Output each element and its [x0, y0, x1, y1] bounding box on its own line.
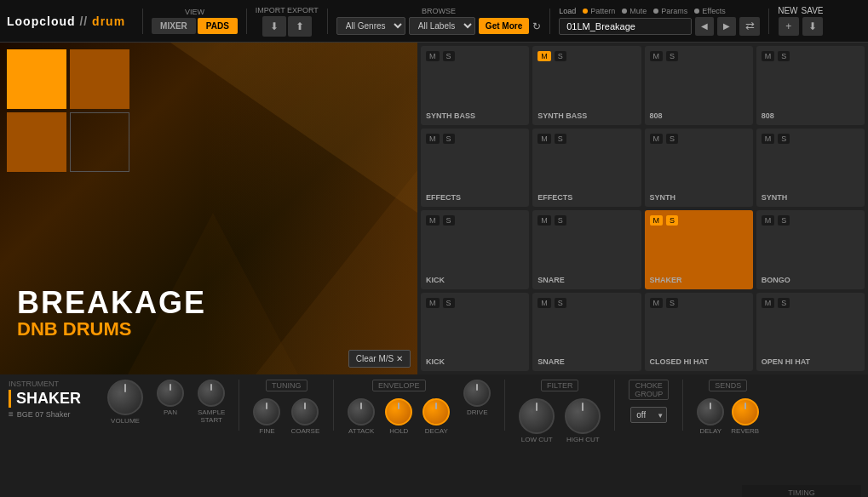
pad-1[interactable]: MSSYNTH BASS	[421, 46, 529, 125]
artwork-silhouette	[204, 43, 417, 374]
fine-knob[interactable]	[253, 398, 280, 426]
pad-m-14[interactable]: M	[537, 298, 551, 308]
export-button[interactable]: ⬆	[288, 16, 312, 37]
low-cut-knob[interactable]	[519, 398, 555, 434]
pad-m-13[interactable]: M	[426, 298, 440, 308]
pad-s-15[interactable]: S	[666, 298, 678, 308]
pad-s-13[interactable]: S	[443, 298, 455, 308]
genre-select[interactable]: All Genres	[336, 17, 405, 35]
pad-name-1: SYNTH BASS	[426, 111, 524, 120]
decay-knob[interactable]	[423, 398, 450, 426]
pattern-dot: Pattern	[583, 7, 615, 15]
volume-group: VOLUME	[107, 380, 143, 425]
pad-m-8[interactable]: M	[762, 134, 775, 144]
pad-s-12[interactable]: S	[778, 215, 790, 226]
browse-controls: All Genres All Labels Get More ↻	[336, 17, 541, 35]
preset-name-input[interactable]: 01LM_Breakage	[559, 18, 692, 35]
instrument-name: SHAKER	[9, 390, 94, 408]
add-icon-button[interactable]: +	[779, 17, 799, 36]
pad-m-1[interactable]: M	[426, 51, 440, 61]
new-button[interactable]: New	[778, 6, 797, 15]
pad-s-1[interactable]: S	[443, 51, 455, 61]
pad-m-16[interactable]: M	[762, 298, 775, 308]
pad-m-11[interactable]: M	[650, 215, 664, 226]
pad-s-9[interactable]: S	[443, 215, 455, 226]
pad-3[interactable]: MS808	[645, 46, 753, 125]
pad-m-2[interactable]: M	[537, 51, 551, 61]
volume-knob[interactable]	[107, 380, 143, 415]
pad-s-2[interactable]: S	[555, 51, 566, 61]
pad-4[interactable]: MS808	[756, 46, 865, 125]
pad-m-15[interactable]: M	[650, 298, 664, 308]
get-more-button[interactable]: Get More	[479, 18, 529, 34]
shuffle-button[interactable]: ⇄	[739, 17, 760, 36]
pad-5[interactable]: MSEFFECTS	[421, 129, 529, 208]
pad-10[interactable]: MSSNARE	[532, 210, 641, 289]
logo: Loopcloud // drum	[7, 14, 125, 28]
tuning-group: TUNING FINE COARSE	[253, 380, 319, 435]
pad-s-11[interactable]: S	[666, 215, 678, 226]
drive-knob[interactable]	[463, 380, 491, 407]
load-label: Load	[559, 7, 576, 15]
delay-knob[interactable]	[697, 398, 724, 426]
pad-m-3[interactable]: M	[650, 51, 664, 61]
instrument-label: INSTRUMENT	[9, 380, 94, 388]
pad-m-10[interactable]: M	[537, 215, 551, 226]
choke-select[interactable]: off	[630, 407, 667, 423]
reverb-knob[interactable]	[732, 398, 759, 426]
hold-knob[interactable]	[385, 398, 412, 426]
pad-2[interactable]: MSSYNTH BASS	[532, 46, 641, 125]
coarse-knob[interactable]	[291, 398, 319, 426]
pad-16[interactable]: MSOPEN HI HAT	[756, 293, 865, 372]
high-cut-knob[interactable]	[565, 398, 601, 434]
pad-m-9[interactable]: M	[426, 215, 440, 226]
pad-8[interactable]: MSSYNTH	[756, 129, 865, 208]
pad-s-8[interactable]: S	[778, 134, 790, 144]
pad-12[interactable]: MSBONGO	[756, 210, 865, 289]
pad-11[interactable]: MSSHAKER	[645, 210, 753, 289]
pad-13[interactable]: MSKICK	[421, 293, 529, 372]
pad-s-4[interactable]: S	[778, 51, 790, 61]
pad-s-14[interactable]: S	[555, 298, 566, 308]
mixer-button[interactable]: MIXER	[152, 18, 196, 34]
pad-name-5: EFFECTS	[426, 193, 524, 202]
refresh-button[interactable]: ↻	[532, 20, 541, 32]
pad-7[interactable]: MSSYNTH	[645, 129, 753, 208]
pad-s-7[interactable]: S	[666, 134, 678, 144]
pad-m-12[interactable]: M	[762, 215, 775, 226]
save-button[interactable]: Save	[802, 6, 824, 15]
import-button[interactable]: ⬇	[262, 16, 286, 37]
pad-s-10[interactable]: S	[555, 215, 566, 226]
sample-start-knob[interactable]	[198, 380, 225, 407]
pad-6[interactable]: MSEFFECTS	[532, 129, 641, 208]
label-select[interactable]: All Labels	[409, 17, 475, 35]
choke-group-label: CHOKE GROUP	[629, 380, 669, 400]
pad-s-3[interactable]: S	[666, 51, 678, 61]
pad-name-11: SHAKER	[650, 276, 748, 284]
pad-s-5[interactable]: S	[443, 134, 455, 144]
download-icon-button[interactable]: ⬇	[802, 17, 823, 36]
pad-m-4[interactable]: M	[762, 51, 775, 61]
next-preset-button[interactable]: ▶	[717, 17, 736, 36]
pad-9[interactable]: MSKICK	[421, 210, 529, 289]
pad-s-16[interactable]: S	[778, 298, 790, 308]
pad-ms-9: MS	[426, 215, 455, 226]
attack-knob[interactable]	[348, 398, 375, 426]
reverb-label: REVERB	[731, 427, 759, 435]
pad-m-6[interactable]: M	[537, 134, 551, 144]
high-cut-group: HIGH CUT	[565, 398, 601, 443]
pad-14[interactable]: MSSNARE	[532, 293, 641, 372]
clear-ms-button[interactable]: Clear M/S ✕	[348, 350, 411, 368]
pad-15[interactable]: MSCLOSED HI HAT	[645, 293, 753, 372]
pads-button[interactable]: PADS	[198, 18, 238, 34]
pan-knob[interactable]	[157, 380, 184, 407]
divider-5	[768, 9, 769, 34]
load-section: Load Pattern Mute Params Effects 01LM_Br…	[559, 7, 760, 36]
pad-s-6[interactable]: S	[555, 134, 566, 144]
pad-name-15: CLOSED HI HAT	[650, 357, 748, 366]
pad-m-5[interactable]: M	[426, 134, 440, 144]
block-4	[70, 112, 129, 172]
prev-preset-button[interactable]: ◀	[695, 17, 714, 36]
pad-ms-4: MS	[762, 51, 790, 61]
pad-m-7[interactable]: M	[650, 134, 664, 144]
